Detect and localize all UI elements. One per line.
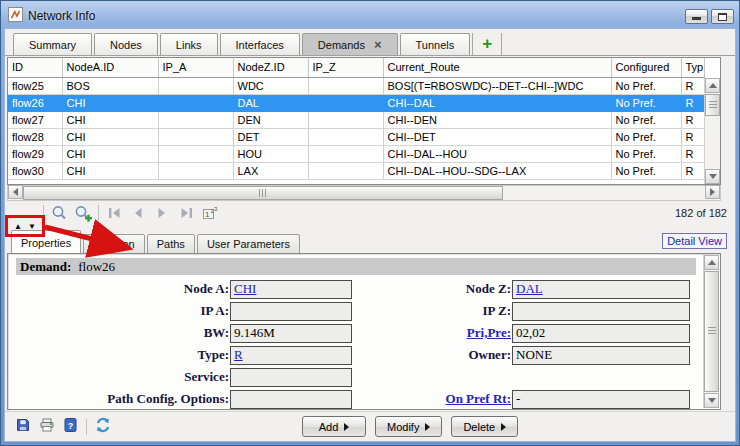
type-link[interactable]: R (234, 347, 243, 363)
table-row[interactable]: flow30CHILAXCHI--DAL--HOU--SDG--LAXNo Pr… (8, 162, 704, 179)
first-record-icon (108, 207, 121, 219)
printer-icon (39, 417, 55, 433)
previous-record-button[interactable] (129, 204, 147, 222)
type-field[interactable]: R (230, 346, 352, 365)
node-z-link[interactable]: DAL (516, 281, 543, 297)
demand-header: Demand: flow26 (16, 258, 696, 275)
tab-tunnels[interactable]: Tunnels (400, 33, 471, 55)
owner-label: Owner: (352, 347, 512, 363)
table-row[interactable]: flow27CHIDENCHI--DENNo Pref.R (8, 111, 704, 128)
subtab-properties[interactable]: Properties (11, 230, 81, 254)
first-record-button[interactable] (105, 204, 123, 222)
next-record-button[interactable] (153, 204, 171, 222)
refresh-button[interactable] (95, 417, 111, 437)
scroll-up-button[interactable] (704, 255, 719, 270)
arrow-down-icon (709, 174, 717, 179)
detail-tab-bar: Properties Location Paths User Parameter… (7, 230, 302, 254)
path-config-options-field[interactable] (230, 390, 352, 409)
previous-record-icon (133, 207, 143, 219)
goto-record-button[interactable]: 123 (201, 204, 219, 222)
table-row[interactable]: flow25BOSWDCBOS[(T=RBOSWDC)--DET--CHI--]… (8, 77, 704, 94)
subtab-location[interactable]: Location (83, 234, 145, 254)
zoom-button[interactable] (50, 204, 68, 222)
record-count: 182 of 182 (675, 207, 727, 219)
col-header-ipa[interactable]: IP_A (158, 58, 233, 77)
bw-label: BW: (8, 325, 230, 341)
close-tab-icon[interactable]: × (374, 40, 382, 50)
properties-vertical-scrollbar[interactable] (703, 255, 719, 408)
subtab-paths[interactable]: Paths (147, 234, 195, 254)
ip-a-field[interactable] (230, 302, 352, 321)
arrow-left-icon (13, 188, 18, 196)
tab-interfaces[interactable]: Interfaces (220, 33, 300, 55)
maximize-button[interactable] (711, 9, 734, 24)
svg-text:3: 3 (214, 206, 218, 212)
service-field[interactable] (230, 368, 352, 387)
bw-field[interactable]: 9.146M (230, 324, 352, 343)
last-record-button[interactable] (177, 204, 195, 222)
scroll-right-button[interactable] (705, 185, 720, 199)
magnifier-icon (51, 205, 68, 221)
title-bar: Network Info (4, 4, 736, 28)
table-row-selected[interactable]: flow26CHIDALCHI--DALNo Pref.R (8, 94, 704, 111)
node-a-link[interactable]: CHI (234, 281, 256, 297)
pri-pre-label-link[interactable]: Pri,Pre: (352, 325, 512, 341)
path-config-options-label: Path Config. Options: (8, 391, 230, 407)
ip-z-label: IP Z: (352, 303, 512, 319)
network-info-window: Network Info Summary Nodes Links Interfa… (0, 0, 740, 446)
col-header-id[interactable]: ID (8, 58, 62, 77)
col-header-configured[interactable]: Configured (611, 58, 681, 77)
record-toolbar: 123 182 of 182 (7, 202, 733, 224)
node-z-label: Node Z: (352, 281, 512, 297)
detail-view-link[interactable]: Detail View (662, 233, 727, 249)
ip-z-field[interactable] (512, 302, 690, 321)
service-label: Service: (8, 369, 230, 385)
table-row[interactable]: flow29CHIHOUCHI--DAL--HOUNo Pref.R (8, 145, 704, 162)
scroll-thumb[interactable] (704, 271, 719, 392)
add-tab-button[interactable]: + (472, 33, 502, 55)
scroll-down-button[interactable] (704, 393, 719, 408)
col-header-type[interactable]: Typ (681, 58, 704, 77)
scroll-thumb[interactable] (705, 94, 720, 116)
type-label: Type: (8, 347, 230, 363)
table-row[interactable]: flow28CHIDETCHI--DETNo Pref.R (8, 128, 704, 145)
node-a-field[interactable]: CHI (230, 280, 352, 299)
owner-field[interactable]: NONE (512, 346, 690, 365)
arrow-up-icon (709, 83, 717, 88)
table-horizontal-scrollbar[interactable] (7, 185, 721, 201)
delete-button[interactable]: Delete (451, 416, 518, 437)
zoom-add-button[interactable] (74, 204, 92, 222)
col-header-route[interactable]: Current_Route (383, 58, 611, 77)
scroll-thumb[interactable] (23, 186, 503, 200)
tab-demands[interactable]: Demands× (302, 33, 398, 55)
main-tab-bar: Summary Nodes Links Interfaces Demands× … (5, 29, 735, 56)
help-button[interactable]: ? (63, 417, 78, 437)
node-z-field[interactable]: DAL (512, 280, 690, 299)
next-record-icon (157, 207, 167, 219)
arrow-up-icon (708, 260, 716, 265)
col-header-ipz[interactable]: IP_Z (308, 58, 383, 77)
scroll-down-button[interactable] (705, 169, 720, 184)
menu-arrow-icon (425, 423, 430, 431)
tab-links[interactable]: Links (160, 33, 218, 55)
col-header-nodez[interactable]: NodeZ.ID (233, 58, 308, 77)
tab-nodes[interactable]: Nodes (94, 33, 158, 55)
minimize-button[interactable] (685, 9, 708, 24)
demand-header-value: flow26 (78, 259, 115, 275)
scroll-left-button[interactable] (8, 185, 23, 199)
table-vertical-scrollbar[interactable] (704, 78, 720, 184)
save-button[interactable] (15, 417, 31, 437)
subtab-user-parameters[interactable]: User Parameters (197, 234, 300, 254)
on-pref-rt-field[interactable]: - (512, 390, 690, 409)
save-icon (15, 417, 31, 433)
col-header-nodea[interactable]: NodeA.ID (62, 58, 158, 77)
print-button[interactable] (39, 417, 55, 437)
modify-button[interactable]: Modify (375, 416, 442, 437)
tab-summary[interactable]: Summary (13, 33, 92, 55)
scroll-up-button[interactable] (705, 78, 720, 93)
help-icon: ? (63, 417, 78, 433)
on-pref-rt-label-link[interactable]: On Pref Rt: (352, 391, 512, 407)
add-button[interactable]: Add (302, 416, 366, 437)
pri-pre-field[interactable]: 02,02 (512, 324, 690, 343)
properties-panel: Demand: flow26 Node A: CHI Node Z: DAL I… (7, 253, 721, 410)
